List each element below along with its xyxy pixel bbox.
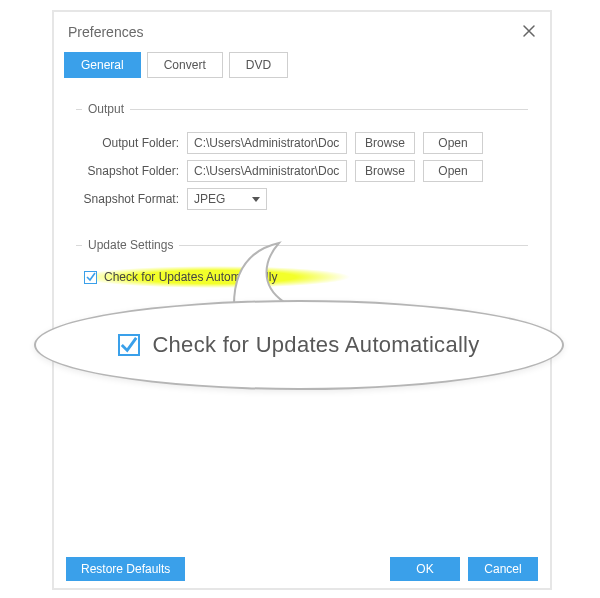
window-title: Preferences <box>68 24 143 40</box>
tabs: General Convert DVD <box>54 52 550 78</box>
snapshot-folder-row: Snapshot Folder: Browse Open <box>82 160 522 182</box>
snapshot-format-value: JPEG <box>194 192 225 206</box>
output-folder-open-button[interactable]: Open <box>423 132 483 154</box>
tab-general[interactable]: General <box>64 52 141 78</box>
output-folder-label: Output Folder: <box>82 136 187 150</box>
output-folder-row: Output Folder: Browse Open <box>82 132 522 154</box>
output-folder-browse-button[interactable]: Browse <box>355 132 415 154</box>
snapshot-format-row: Snapshot Format: JPEG <box>82 188 522 210</box>
output-folder-input[interactable] <box>187 132 347 154</box>
snapshot-format-select[interactable]: JPEG <box>187 188 267 210</box>
chevron-down-icon <box>252 192 260 206</box>
callout-ellipse: Check for Updates Automatically <box>34 300 564 390</box>
tab-dvd[interactable]: DVD <box>229 52 288 78</box>
snapshot-folder-label: Snapshot Folder: <box>82 164 187 178</box>
restore-defaults-button[interactable]: Restore Defaults <box>66 557 185 581</box>
callout-annotation: Check for Updates Automatically <box>34 278 564 398</box>
tab-convert[interactable]: Convert <box>147 52 223 78</box>
snapshot-folder-browse-button[interactable]: Browse <box>355 160 415 182</box>
titlebar: Preferences <box>54 12 550 52</box>
update-settings-legend: Update Settings <box>82 238 179 252</box>
dialog-footer: Restore Defaults OK Cancel <box>54 550 550 588</box>
ok-button[interactable]: OK <box>390 557 460 581</box>
output-group: Output Output Folder: Browse Open Snapsh… <box>76 102 528 220</box>
cancel-button[interactable]: Cancel <box>468 557 538 581</box>
close-icon[interactable] <box>522 22 536 43</box>
snapshot-format-label: Snapshot Format: <box>82 192 187 206</box>
output-legend: Output <box>82 102 130 116</box>
callout-checkbox-icon <box>118 334 140 356</box>
snapshot-folder-input[interactable] <box>187 160 347 182</box>
callout-text: Check for Updates Automatically <box>152 332 479 358</box>
snapshot-folder-open-button[interactable]: Open <box>423 160 483 182</box>
